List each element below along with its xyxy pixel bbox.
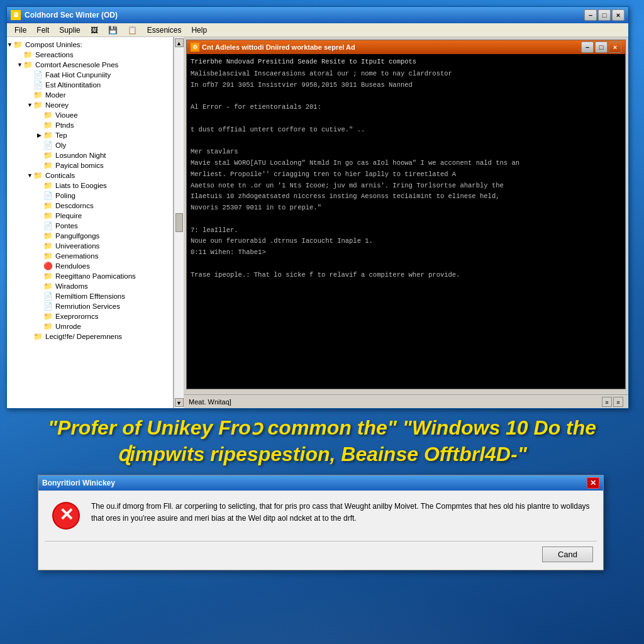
console-line <box>191 114 621 124</box>
tree-item[interactable]: ▼📁Conticals <box>7 170 173 180</box>
tree-item[interactable]: 📁Exeprororncs <box>7 311 173 321</box>
close-button[interactable]: × <box>612 9 625 21</box>
tree-folder-icon: 📁 <box>43 282 53 291</box>
menu-icon3[interactable]: 📋 <box>123 25 142 36</box>
tree-item[interactable]: 📁Genemations <box>7 251 173 261</box>
tree-item[interactable]: 📁Lecigt!fe/ Deperemnens <box>7 331 173 341</box>
scrollbar-up-button[interactable]: ▲ <box>175 38 184 47</box>
console-line: Trase ipeople.: That lo sicke f to relav… <box>191 270 621 280</box>
inner-maximize-button[interactable]: □ <box>595 42 608 53</box>
error-title-text: Bonyritiori Winickey <box>42 479 115 487</box>
tree-expand-icon[interactable]: ▶ <box>37 132 43 138</box>
tree-expand-icon[interactable]: ▼ <box>7 42 13 48</box>
inner-window-content: Trierbhe Nndovad Presitind Seade Resite … <box>187 54 625 389</box>
yellow-big-text: "Profer of Unikey Froɔ common the" "Wind… <box>13 415 631 467</box>
tree-item[interactable]: 📁Losundon Night <box>7 150 173 160</box>
tree-folder-icon: 📁 <box>33 101 43 109</box>
tree-folder-icon: 📄 <box>43 221 53 230</box>
tree-item[interactable]: 📁Univeerations <box>7 241 173 251</box>
scrollbar-thumb[interactable] <box>175 213 183 232</box>
error-icon: ✕ <box>51 501 81 531</box>
tree-folder-icon: 📁 <box>43 121 53 130</box>
tree-item[interactable]: ▶📁Tep <box>7 130 173 140</box>
tree-item[interactable]: 📄Remiltiom Efftensions <box>7 291 173 301</box>
tree-item-label: Ptnds <box>55 121 74 129</box>
tree-item[interactable]: 📁Ptnds <box>7 120 173 130</box>
tree-item[interactable]: 📁Liats to Eoogies <box>7 180 173 191</box>
tree-list: ▼📁Compost Uninles:📁Sereactions▼📁Comtort … <box>7 40 173 341</box>
tree-item[interactable]: 📁Plequire <box>7 211 173 221</box>
tree-item-label: Reegittano Paomications <box>55 272 136 280</box>
tree-folder-icon: 📁 <box>43 181 53 190</box>
tree-item[interactable]: 📄Oly <box>7 140 173 150</box>
tree-item-label: Remiltiom Efftensions <box>55 292 125 300</box>
tree-folder-icon: 📁 <box>43 242 53 250</box>
tree-expand-icon[interactable]: ▼ <box>27 102 33 108</box>
tree-folder-icon: 📁 <box>43 252 53 260</box>
right-panel: ⚙ Cnt Adleles wittodi Dniired worktabe s… <box>184 37 628 408</box>
console-line: t dust offIial untert corfore to cutive.… <box>191 125 621 135</box>
tree-item-label: Genemations <box>55 252 98 260</box>
tree-item[interactable]: 📄Faat Hiot Cunpuniity <box>7 70 173 80</box>
tree-item[interactable]: 📁Descdorncs <box>7 201 173 211</box>
main-window-controls: – □ × <box>584 9 625 21</box>
tree-item-label: Losundon Night <box>55 152 106 159</box>
error-body-text: The ou.if dmorg from Fll. ar corperiing … <box>91 501 591 525</box>
console-line: Novoris 25307 9011 in to prepie." <box>191 203 621 213</box>
tree-folder-icon: 📁 <box>43 151 53 160</box>
inner-close-button[interactable]: × <box>609 42 621 53</box>
tree-item-label: Liats to Eoogies <box>55 182 107 189</box>
menu-essenices[interactable]: Essenices <box>142 25 187 36</box>
cand-button[interactable]: Cand <box>542 547 593 562</box>
tree-item[interactable]: 📁Viouee <box>7 110 173 120</box>
tree-item[interactable]: 🔴Renduloes <box>7 261 173 271</box>
tree-item[interactable]: 📁Reegittano Paomications <box>7 271 173 281</box>
tree-item-label: Pontes <box>55 222 78 230</box>
tree-item-label: Remriution Services <box>55 303 120 310</box>
tree-item[interactable]: ▼📁Comtort Aescnesole Pnes <box>7 60 173 70</box>
tree-item-label: Pangulfgongs <box>55 232 99 240</box>
tree-folder-icon: 📁 <box>43 161 53 170</box>
tree-item[interactable]: ▼📁Compost Uninles: <box>7 40 173 50</box>
tree-item-label: Lecigt!fe/ Deperemnens <box>45 333 122 340</box>
menu-help[interactable]: Help <box>186 25 212 36</box>
tree-expand-icon[interactable]: ▼ <box>27 172 33 179</box>
console-line: In ofb7 291 3051 Insistvier 9958,2015 30… <box>191 80 621 91</box>
console-line: Noue oun feruorabid .dtrnus Iacoucht Ina… <box>191 236 621 247</box>
minimize-button[interactable]: – <box>584 9 597 21</box>
maximize-button[interactable]: □ <box>598 9 611 21</box>
tree-expand-icon[interactable]: ▼ <box>17 62 23 68</box>
tree-item[interactable]: 📁Wiradoms <box>7 281 173 291</box>
error-close-button[interactable]: ✕ <box>587 477 599 489</box>
tree-item-label: Payical bomics <box>55 162 104 169</box>
scrollbar-down-button[interactable]: ▼ <box>175 398 184 407</box>
tree-item[interactable]: 📄Poling <box>7 191 173 201</box>
menu-suplie[interactable]: Suplie <box>54 25 85 36</box>
tree-item[interactable]: 📄Est Altinontitation <box>7 80 173 90</box>
inner-minimize-button[interactable]: – <box>581 42 594 53</box>
console-line: Mavie stal WORO[ATU Localong" Ntmld In g… <box>191 158 621 169</box>
console-output: Malisbelascival Inscaerasions atoral our… <box>191 69 621 280</box>
status-bar: Meat. Wnitaq] ≡ ≡ <box>184 394 628 408</box>
tree-item[interactable]: 📁Umrode <box>7 321 173 331</box>
tree-folder-icon: 📁 <box>43 111 53 119</box>
tree-folder-icon: 📁 <box>43 211 53 220</box>
menu-icon1[interactable]: 🖼 <box>86 25 103 36</box>
tree-folder-icon: 📁 <box>43 322 53 331</box>
error-titlebar: Bonyritiori Winickey ✕ <box>38 475 603 491</box>
menu-felt[interactable]: Felt <box>31 25 54 36</box>
tree-folder-icon: 📄 <box>43 302 53 311</box>
tree-folder-icon: 📁 <box>43 272 53 280</box>
tree-item[interactable]: 📁Sereactions <box>7 50 173 60</box>
tree-item-label: Plequire <box>55 212 82 219</box>
tree-item[interactable]: 📄Remriution Services <box>7 301 173 311</box>
tree-item[interactable]: 📁Pangulfgongs <box>7 231 173 241</box>
tree-folder-icon: 📁 <box>33 91 43 99</box>
tree-item[interactable]: 📁Moder <box>7 90 173 100</box>
console-line <box>191 259 621 269</box>
menu-icon2[interactable]: 💾 <box>103 25 123 36</box>
tree-item[interactable]: 📁Payical bomics <box>7 160 173 170</box>
tree-item[interactable]: 📄Pontes <box>7 221 173 231</box>
menu-file[interactable]: File <box>9 25 31 36</box>
tree-item[interactable]: ▼📁Neorey <box>7 100 173 110</box>
